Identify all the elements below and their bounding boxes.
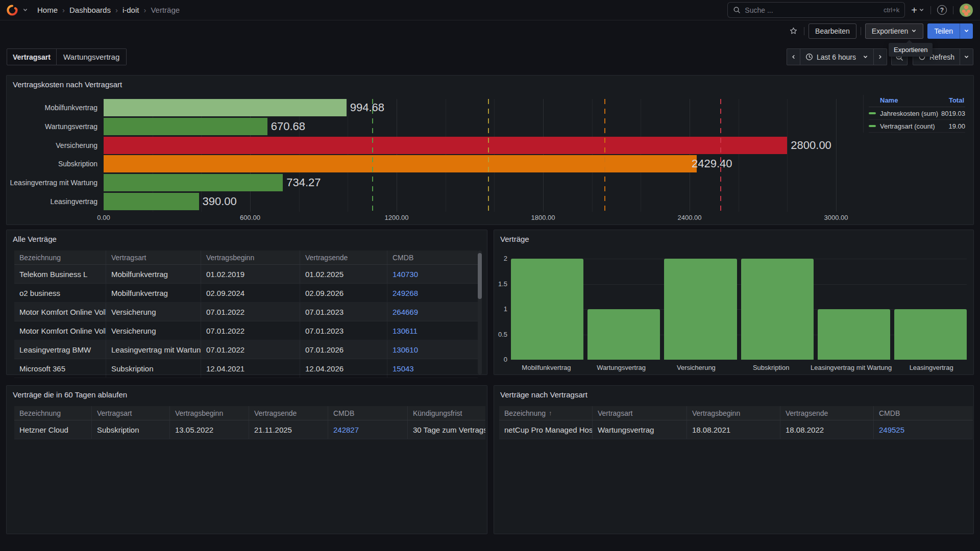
table-cell: 12.04.2021 <box>201 359 300 378</box>
table-cell: Subskription <box>92 420 170 439</box>
column-header-vertragsbeginn[interactable]: Vertragsbeginn <box>170 406 249 420</box>
column-header-cmdb[interactable]: CMDB <box>328 406 408 420</box>
panel-title: Alle Verträge <box>13 235 57 243</box>
legend-item[interactable]: Jahreskosten (sum)8019.03 <box>869 107 965 120</box>
table-cell: netCup Pro Managed Host <box>499 420 593 439</box>
star-icon[interactable] <box>787 24 800 37</box>
column-header-bezeichnung[interactable]: Bezeichnung <box>14 251 106 264</box>
legend-item[interactable]: Vertragsart (count)19.00 <box>869 120 965 133</box>
bar-value-label: 994.68 <box>350 99 384 116</box>
column-header-vertragsart[interactable]: Vertragsart <box>106 251 201 264</box>
bar-value-label: 670.68 <box>271 118 305 135</box>
bar-category-label: Mobilfunkvertrag <box>7 99 97 116</box>
chevron-down-icon[interactable] <box>22 7 28 13</box>
x-axis-tick: Leasingvertrag mit Wartung <box>811 364 892 371</box>
cmdb-link[interactable]: 249268 <box>387 284 478 302</box>
x-axis-labels: MobilfunkvertragWartungsvertragVersicher… <box>511 364 967 371</box>
table-nach-vertragsart: Bezeichnung↑VertragsartVertragsbeginnVer… <box>499 406 973 439</box>
top-nav: Home › Dashboards › i-doit › Verträge ct… <box>0 0 980 20</box>
export-button[interactable]: Exportieren <box>865 23 924 39</box>
bar-1 <box>104 118 267 135</box>
breadcrumb-separator: › <box>62 6 65 14</box>
legend-series-name: Vertragsart (count) <box>880 122 948 130</box>
breadcrumb-current: Verträge <box>151 6 180 14</box>
cmdb-link[interactable]: 130610 <box>387 340 478 359</box>
time-shift-back-button[interactable] <box>787 48 800 65</box>
table-cell: 02.09.2024 <box>201 284 300 302</box>
help-icon: ? <box>937 5 947 15</box>
grafana-logo[interactable] <box>6 4 18 16</box>
table-cell: 13.05.2022 <box>170 420 249 439</box>
nav-left: Home › Dashboards › i-doit › Verträge <box>6 4 180 16</box>
column-header-vertragsende[interactable]: Vertragsende <box>249 406 328 420</box>
column-header-bezeichnung[interactable]: Bezeichnung↑ <box>499 406 593 420</box>
cmdb-link[interactable]: 140730 <box>387 265 478 283</box>
chevron-left-icon <box>791 54 796 60</box>
table-cell: Leasingvertrag BMW <box>14 340 106 359</box>
share-button[interactable]: Teilen <box>927 23 960 39</box>
panel-title: Vertragskosten nach Vertragsart <box>13 80 122 89</box>
legend-name-header[interactable]: Name <box>880 96 898 104</box>
bar-Leasingvertrag <box>894 309 967 360</box>
x-axis-tick: 2400.00 <box>678 214 702 221</box>
share-menu-button[interactable] <box>960 23 973 39</box>
column-header-vertragsbeginn[interactable]: Vertragsbeginn <box>201 251 300 264</box>
breadcrumb-folder[interactable]: i-doit <box>122 6 139 14</box>
panel-vertraege-chart: Verträge 00.511.52MobilfunkvertragWartun… <box>494 230 974 375</box>
column-header-vertragsart[interactable]: Vertragsart <box>593 406 687 420</box>
breadcrumb-dashboards[interactable]: Dashboards <box>69 6 111 14</box>
nav-right: ctrl+k + ? <box>727 2 973 18</box>
add-button[interactable]: + <box>911 5 924 15</box>
cmdb-link[interactable]: 264669 <box>387 303 478 321</box>
sort-asc-icon: ↑ <box>549 409 552 417</box>
search-input[interactable] <box>745 6 879 14</box>
column-header-vertragsende[interactable]: Vertragsende <box>300 251 387 264</box>
cmdb-link[interactable]: 15043 <box>387 359 478 378</box>
time-range-picker[interactable]: Last 6 hours <box>800 48 874 65</box>
cmdb-link[interactable]: 130611 <box>387 321 478 340</box>
column-header-kündigungsfrist[interactable]: Kündigungsfrist <box>408 406 485 420</box>
filter-value[interactable]: Wartungsvertrag <box>57 48 127 65</box>
bar-value-label: 2800.00 <box>791 137 831 154</box>
panel-alle-vertraege: Alle Verträge BezeichnungVertragsartVert… <box>6 230 487 375</box>
panel-nach-vertragsart: Verträge nach Vertragsart Bezeichnung↑Ve… <box>494 385 974 534</box>
help-button[interactable]: ? <box>937 5 947 15</box>
refresh-interval-button[interactable] <box>960 48 973 65</box>
table-cell: 07.01.2022 <box>201 303 300 321</box>
chevron-down-icon <box>863 54 868 60</box>
time-shift-forward-button[interactable] <box>873 48 887 65</box>
bar-Wartungsvertrag <box>587 309 660 360</box>
edit-button[interactable]: Bearbeiten <box>808 23 856 39</box>
column-header-cmdb[interactable]: CMDB <box>387 251 478 264</box>
column-header-cmdb[interactable]: CMDB <box>874 406 973 420</box>
bar-category-label: Subskription <box>7 155 97 172</box>
search-box[interactable]: ctrl+k <box>727 2 905 18</box>
table-cell: 01.02.2025 <box>300 265 387 283</box>
table-cell: 07.01.2022 <box>201 340 300 359</box>
panel-title: Verträge nach Vertragsart <box>500 390 587 399</box>
table-row: Telekom Business LMobilfunkvertrag01.02.… <box>14 265 478 284</box>
gridline <box>739 99 739 212</box>
table-cell: 07.01.2023 <box>300 303 387 321</box>
column-header-vertragsende[interactable]: Vertragsende <box>780 406 874 420</box>
cmdb-link[interactable]: 242827 <box>328 420 408 439</box>
bar-Leasingvertrag mit Wartung <box>818 309 890 360</box>
table-cell: 18.08.2022 <box>780 420 874 439</box>
bar-value-label: 390.00 <box>203 193 237 210</box>
table-cell: Leasingvertrag mit Wartun <box>106 340 201 359</box>
column-header-vertragsbeginn[interactable]: Vertragsbeginn <box>687 406 780 420</box>
breadcrumb-home[interactable]: Home <box>37 6 58 14</box>
cmdb-link[interactable]: 249525 <box>874 420 973 439</box>
x-axis-tick: Versicherung <box>661 364 732 371</box>
panel-title: Verträge <box>500 235 529 243</box>
scrollbar-thumb[interactable] <box>478 253 482 299</box>
export-tooltip: Exportieren <box>889 43 933 57</box>
filter-key[interactable]: Vertragsart <box>7 48 57 65</box>
column-header-bezeichnung[interactable]: Bezeichnung <box>14 406 92 420</box>
legend-series-total: 19.00 <box>948 122 965 130</box>
bar-0 <box>104 99 347 116</box>
x-axis-tick: Mobilfunkvertrag <box>511 364 582 371</box>
legend-total-header[interactable]: Total <box>949 96 964 104</box>
column-header-vertragsart[interactable]: Vertragsart <box>92 406 170 420</box>
avatar[interactable] <box>960 4 973 17</box>
